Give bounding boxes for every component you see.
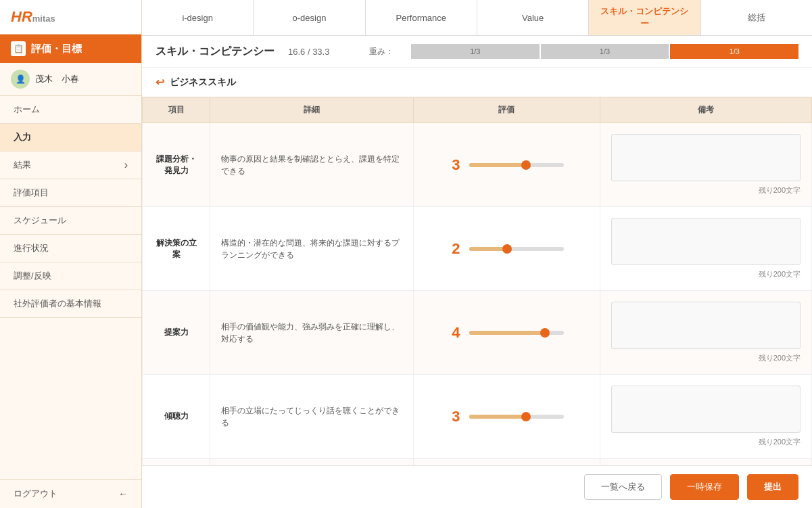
item-remarks: 残り200文字 (600, 291, 811, 375)
top-tabs: i-design o-design Performance Value スキル・… (142, 0, 812, 36)
slider-fill (469, 415, 526, 419)
item-remarks: 残り200文字 (600, 375, 811, 459)
item-name: 解決策の立案 (143, 207, 210, 291)
sidebar-item-progress[interactable]: 進行状況 (0, 235, 141, 262)
logo: HRmitas (0, 0, 141, 34)
slider-track[interactable] (469, 163, 564, 167)
weight-bar: 1/3 1/3 1/3 (411, 44, 798, 59)
temp-save-button[interactable]: 一時保存 (670, 474, 739, 500)
score-num: 4 (449, 324, 462, 342)
submit-button[interactable]: 提出 (747, 474, 798, 500)
item-name: プレゼンテ (143, 459, 210, 466)
item-detail: 物事の原因と結果を制確認ととらえ、課題を特定できる (210, 123, 414, 207)
remarks-input[interactable] (611, 302, 801, 349)
tab-performance[interactable]: Performance (366, 0, 477, 35)
section-icon: 📋 (11, 41, 26, 56)
section-heading-label: ビジネススキル (170, 76, 236, 89)
section-heading-icon: ↩ (156, 76, 164, 89)
avatar: 👤 (11, 70, 30, 89)
slider-thumb[interactable] (540, 328, 550, 338)
item-eval: 3 (414, 375, 600, 459)
sidebar-user: 👤 茂木 小春 (0, 63, 141, 96)
remarks-input[interactable] (611, 218, 801, 265)
slider-fill (469, 247, 507, 251)
item-name: 傾聴力 (143, 375, 210, 459)
item-eval: 2 (414, 459, 600, 466)
sidebar-nav: ホーム 入力 結果 評価項目 スケジュール 進行状況 調整/反映 社外評価者の基… (0, 96, 141, 479)
sidebar-item-schedule[interactable]: スケジュール (0, 207, 141, 235)
remarks-count: 残り200文字 (611, 269, 801, 279)
remarks-count: 残り200文字 (611, 185, 801, 195)
item-remarks: 残り200文字 (600, 459, 811, 466)
sidebar-item-external[interactable]: 社外評価者の基本情報 (0, 290, 141, 318)
col-item: 項目 (143, 97, 210, 123)
col-detail: 詳細 (210, 97, 414, 123)
back-arrow-icon (118, 488, 128, 499)
table-row: 課題分析・発見力 物事の原因と結果を制確認ととらえ、課題を特定できる 3 残り2… (143, 123, 812, 207)
slider-fill (469, 163, 526, 167)
logout-button[interactable]: ログアウト (0, 479, 141, 508)
table-row: 傾聴力 相手の立場にたってじっくり話を聴くことができる 3 残り200文字 (143, 375, 812, 459)
table-row: プレゼンテ 相手が欲しいている内容をくみ取り、的確かつ説得力をもって 2 残り2… (143, 459, 812, 466)
tab-i-design[interactable]: i-design (142, 0, 254, 35)
score-num: 3 (449, 156, 462, 174)
slider-thumb[interactable] (521, 160, 531, 170)
remarks-input[interactable] (611, 386, 801, 433)
col-remarks: 備考 (600, 97, 811, 123)
remarks-input[interactable] (611, 134, 801, 181)
tab-o-design[interactable]: o-design (254, 0, 365, 35)
back-to-list-button[interactable]: 一覧へ戻る (584, 474, 662, 500)
remarks-count: 残り200文字 (611, 353, 801, 363)
slider-thumb[interactable] (521, 412, 531, 421)
page-title: スキル・コンピテンシー (156, 45, 274, 59)
weight-label: 重み： (369, 46, 393, 57)
sidebar-item-adjust[interactable]: 調整/反映 (0, 262, 141, 290)
weight-seg-3: 1/3 (670, 44, 798, 59)
score-num: 3 (449, 408, 462, 425)
score-num: 2 (449, 240, 462, 258)
tab-skill-competency[interactable]: スキル・コンピテンシー (589, 0, 700, 35)
item-detail: 相手の価値観や能力、強み弱みを正確に理解し、対応する (210, 291, 414, 375)
sidebar-item-home[interactable]: ホーム (0, 96, 141, 124)
chevron-right-icon (124, 159, 128, 171)
slider-track[interactable] (469, 247, 564, 251)
sidebar-section[interactable]: 📋 評価・目標 (0, 34, 141, 63)
sidebar-item-eval-items[interactable]: 評価項目 (0, 179, 141, 207)
weight-seg-2: 1/3 (541, 44, 669, 59)
item-eval: 4 (414, 291, 600, 375)
user-name: 茂木 小春 (35, 73, 79, 85)
main-scroll-area: スキル・コンピテンシー 16.6 / 33.3 重み： 1/3 1/3 1/3 … (142, 36, 812, 465)
table-row: 解決策の立案 構造的・潜在的な問題、将来的な課題に対するプランニングができる 2… (143, 207, 812, 291)
tab-value[interactable]: Value (477, 0, 589, 35)
item-eval: 2 (414, 207, 600, 291)
section-heading: ↩ ビジネススキル (142, 68, 812, 97)
table-row: 提案力 相手の価値観や能力、強み弱みを正確に理解し、対応する 4 残り200文字 (143, 291, 812, 375)
section-label: 評価・目標 (31, 43, 82, 55)
sidebar-item-input[interactable]: 入力 (0, 124, 141, 152)
remarks-count: 残り200文字 (611, 437, 801, 447)
content-header: スキル・コンピテンシー 16.6 / 33.3 重み： 1/3 1/3 1/3 (142, 36, 812, 68)
tab-summary[interactable]: 総括 (701, 0, 812, 35)
item-eval: 3 (414, 123, 600, 207)
score-display: 16.6 / 33.3 (288, 47, 356, 57)
slider-thumb[interactable] (502, 244, 512, 254)
item-name: 課題分析・発見力 (143, 123, 210, 207)
weight-seg-1: 1/3 (411, 44, 540, 59)
slider-fill (469, 331, 545, 335)
slider-track[interactable] (469, 415, 564, 419)
item-detail: 構造的・潜在的な問題、将来的な課題に対するプランニングができる (210, 207, 414, 291)
footer: 一覧へ戻る 一時保存 提出 (142, 465, 812, 508)
item-detail: 相手が欲しいている内容をくみ取り、的確かつ説得力をもって (210, 459, 414, 466)
slider-track[interactable] (469, 331, 564, 335)
col-eval: 評価 (414, 97, 600, 123)
logo-text: HRmitas (11, 8, 55, 25)
item-name: 提案力 (143, 291, 210, 375)
item-remarks: 残り200文字 (600, 123, 811, 207)
main-content: i-design o-design Performance Value スキル・… (142, 0, 812, 508)
sidebar: HRmitas 📋 評価・目標 👤 茂木 小春 ホーム 入力 結果 評価項目 ス… (0, 0, 142, 508)
sidebar-item-results[interactable]: 結果 (0, 152, 141, 179)
eval-table: 項目 詳細 評価 備考 課題分析・発見力 物事の原因と結果を制確認ととらえ、課題… (142, 97, 812, 465)
item-detail: 相手の立場にたってじっくり話を聴くことができる (210, 375, 414, 459)
item-remarks: 残り200文字 (600, 207, 811, 291)
